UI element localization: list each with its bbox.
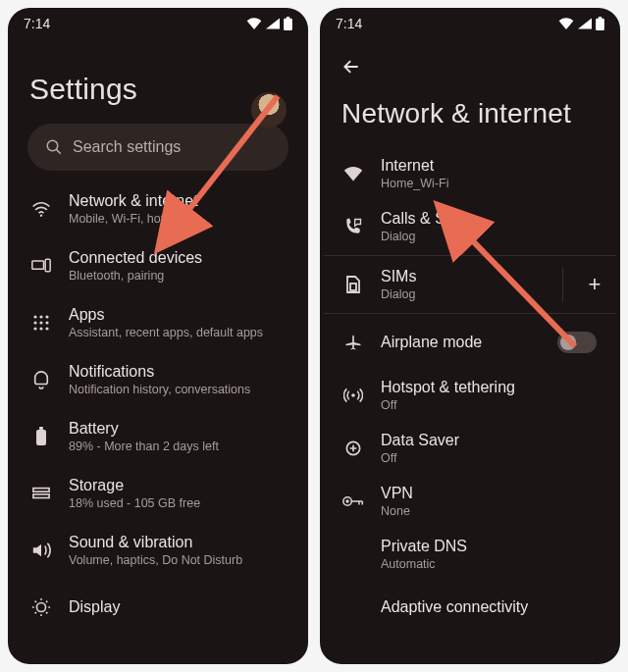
row-notifications[interactable]: Notifications Notification history, conv…	[12, 351, 304, 408]
row-airplane-mode[interactable]: Airplane mode	[324, 316, 616, 369]
row-title: Display	[69, 598, 287, 616]
row-sub: Mobile, Wi-Fi, hotspot	[69, 212, 287, 226]
row-display[interactable]: Display	[12, 579, 304, 636]
wifi-status-icon	[558, 18, 574, 29]
battery-status-icon	[284, 17, 292, 30]
add-sim-button[interactable]: +	[573, 272, 616, 297]
bell-icon	[29, 370, 53, 389]
airplane-switch[interactable]	[557, 332, 597, 353]
svg-point-12	[45, 321, 48, 324]
svg-point-10	[33, 321, 36, 324]
storage-icon	[29, 487, 53, 500]
row-title: Hotspot & tethering	[381, 379, 599, 396]
row-sound-vibration[interactable]: Sound & vibration Volume, haptics, Do No…	[12, 522, 304, 579]
svg-point-15	[45, 327, 48, 330]
divider-vertical	[562, 268, 563, 301]
svg-point-4	[40, 215, 42, 217]
row-sub: 89% - More than 2 days left	[69, 439, 287, 453]
row-adaptive-connectivity[interactable]: Adaptive connectivity	[324, 581, 616, 634]
row-title: Network & internet	[69, 192, 287, 210]
row-battery[interactable]: Battery 89% - More than 2 days left	[12, 408, 304, 465]
airplane-icon	[341, 333, 365, 352]
sim-icon	[341, 275, 365, 294]
row-title: SIMs	[381, 268, 545, 285]
svg-rect-19	[33, 494, 49, 498]
svg-rect-6	[45, 259, 50, 272]
row-sub: Volume, haptics, Do Not Disturb	[69, 553, 287, 567]
status-bar: 7:14	[320, 8, 620, 35]
row-title: Private DNS	[381, 538, 599, 555]
battery-status-icon	[596, 17, 604, 30]
svg-point-8	[39, 315, 42, 318]
row-private-dns[interactable]: Private DNS Automatic	[324, 528, 616, 581]
search-icon	[45, 138, 63, 156]
status-time: 7:14	[24, 16, 50, 31]
row-sub: Dialog	[381, 230, 599, 243]
search-input[interactable]: Search settings	[27, 124, 288, 171]
wifi-fill-icon	[341, 166, 365, 181]
volume-icon	[29, 542, 53, 559]
row-sub: Off	[381, 398, 599, 412]
status-bar: 7:14	[8, 8, 308, 35]
svg-rect-0	[284, 19, 292, 30]
settings-list: Network & internet Mobile, Wi-Fi, hotspo…	[12, 181, 304, 636]
svg-point-2	[47, 140, 58, 151]
battery-icon	[29, 427, 53, 446]
row-title: Storage	[69, 477, 287, 494]
row-title: Apps	[69, 306, 287, 324]
svg-point-7	[33, 315, 36, 318]
divider	[324, 313, 616, 314]
row-datasaver[interactable]: Data Saver Off	[324, 422, 616, 475]
svg-point-28	[345, 499, 348, 502]
row-sub: Assistant, recent apps, default apps	[69, 326, 287, 339]
phone-settings-root: 7:14 Settings Search settings Net	[8, 8, 308, 664]
svg-rect-1	[287, 17, 290, 19]
svg-rect-18	[33, 489, 49, 492]
row-sub: None	[381, 504, 599, 518]
svg-point-25	[351, 393, 355, 397]
svg-rect-24	[350, 284, 356, 290]
svg-rect-5	[32, 261, 44, 269]
row-network-internet[interactable]: Network & internet Mobile, Wi-Fi, hotspo…	[12, 181, 304, 237]
row-title: Data Saver	[381, 432, 599, 449]
back-button[interactable]	[338, 53, 365, 80]
svg-point-11	[39, 321, 42, 324]
phone-network-root: 7:14 Network & internet Internet Home_Wi…	[320, 8, 620, 664]
row-apps[interactable]: Apps Assistant, recent apps, default app…	[12, 294, 304, 351]
divider	[324, 255, 616, 256]
row-title: Sound & vibration	[69, 534, 287, 551]
signal-status-icon	[578, 18, 592, 29]
svg-point-9	[45, 315, 48, 318]
svg-point-20	[36, 602, 45, 611]
row-connected-devices[interactable]: Connected devices Bluetooth, pairing	[12, 237, 304, 294]
svg-rect-22	[596, 19, 604, 30]
datasaver-icon	[341, 439, 365, 458]
row-sub: Bluetooth, pairing	[69, 269, 287, 283]
row-title: Calls & SMS	[381, 210, 599, 228]
row-title: Airplane mode	[381, 334, 540, 351]
wifi-icon	[29, 201, 53, 217]
svg-rect-17	[39, 427, 43, 430]
row-internet[interactable]: Internet Home_Wi-Fi	[324, 147, 616, 200]
devices-icon	[29, 258, 53, 274]
svg-point-14	[39, 327, 42, 330]
row-title: Internet	[381, 157, 599, 175]
row-sub: Home_Wi-Fi	[381, 177, 599, 190]
row-sims[interactable]: SIMs Dialog +	[324, 258, 616, 311]
network-list: Internet Home_Wi-Fi Calls & SMS Dialog	[324, 147, 616, 634]
row-storage[interactable]: Storage 18% used - 105 GB free	[12, 465, 304, 522]
search-placeholder: Search settings	[73, 138, 181, 156]
row-title: Adaptive connectivity	[381, 598, 599, 616]
row-hotspot[interactable]: Hotspot & tethering Off	[324, 369, 616, 422]
page-title: Network & internet	[324, 86, 616, 147]
row-vpn[interactable]: VPN None	[324, 475, 616, 528]
svg-rect-16	[36, 430, 46, 445]
row-sub: 18% used - 105 GB free	[69, 496, 287, 510]
row-title: Connected devices	[69, 249, 287, 267]
row-title: Battery	[69, 420, 287, 438]
svg-line-3	[57, 150, 61, 154]
row-sub: Dialog	[381, 287, 545, 301]
svg-rect-23	[599, 17, 602, 19]
avatar[interactable]	[251, 92, 287, 128]
row-calls-sms[interactable]: Calls & SMS Dialog	[324, 200, 616, 253]
